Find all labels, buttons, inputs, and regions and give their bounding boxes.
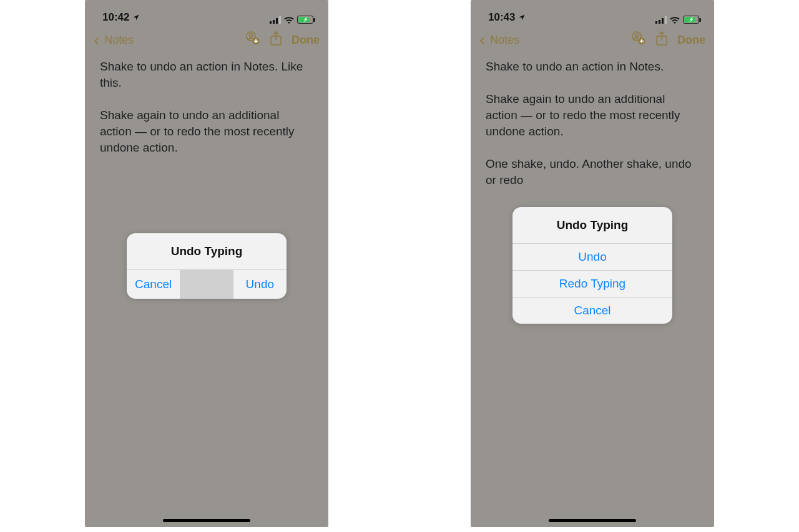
svg-rect-11 — [665, 16, 667, 24]
note-paragraph: Shake to undo an action in Notes. Like t… — [100, 59, 313, 91]
svg-rect-0 — [270, 21, 272, 24]
alert-undo-button[interactable]: Undo — [512, 244, 672, 270]
svg-rect-10 — [662, 18, 664, 24]
svg-rect-8 — [655, 21, 657, 24]
cellular-icon — [270, 16, 281, 24]
svg-rect-3 — [279, 16, 281, 24]
done-button[interactable]: Done — [292, 34, 320, 47]
status-time: 10:43 — [488, 11, 526, 24]
back-chevron-icon[interactable]: ‹ — [94, 31, 99, 49]
status-bar: 10:42 ⚡︎ — [85, 0, 328, 26]
cellular-icon — [655, 16, 667, 24]
home-indicator[interactable] — [549, 519, 636, 522]
divider — [180, 270, 233, 299]
person-add-icon — [243, 31, 260, 47]
nav-bar: ‹ Notes Done — [85, 26, 328, 54]
note-body[interactable]: Shake to undo an action in Notes. Shake … — [471, 54, 714, 210]
done-button[interactable]: Done — [677, 34, 705, 47]
nav-bar: ‹ Notes Done — [471, 26, 714, 54]
phone-right: 10:43 ⚡︎ ‹ Notes Done Shake to undo an a… — [471, 0, 714, 527]
wifi-icon — [283, 16, 295, 24]
status-time: 10:42 — [102, 11, 140, 24]
share-icon — [269, 31, 283, 47]
alert-cancel-button[interactable]: Cancel — [512, 297, 672, 324]
add-person-button[interactable] — [243, 31, 260, 50]
home-indicator[interactable] — [163, 519, 250, 522]
note-paragraph: Shake to undo an action in Notes. — [486, 59, 699, 75]
alert-redo-button[interactable]: Redo Typing — [512, 270, 672, 297]
svg-rect-9 — [659, 20, 660, 24]
battery-icon: ⚡︎ — [683, 16, 699, 24]
undo-alert: Undo Typing Undo Redo Typing Cancel — [512, 207, 672, 324]
alert-title: Undo Typing — [127, 233, 287, 269]
note-body[interactable]: Shake to undo an action in Notes. Like t… — [85, 54, 328, 177]
share-icon — [655, 31, 669, 47]
note-paragraph: One shake, undo. Another shake, undo or … — [486, 156, 699, 188]
back-button[interactable]: Notes — [490, 34, 519, 47]
svg-point-13 — [635, 34, 639, 37]
note-paragraph: Shake again to undo an additional action… — [100, 107, 313, 156]
note-paragraph: Shake again to undo an additional action… — [486, 91, 699, 140]
back-button[interactable]: Notes — [104, 34, 134, 47]
add-person-button[interactable] — [629, 31, 646, 50]
svg-rect-2 — [276, 18, 278, 24]
battery-icon: ⚡︎ — [297, 16, 313, 24]
back-chevron-icon[interactable]: ‹ — [479, 31, 485, 49]
share-button[interactable] — [269, 31, 283, 50]
person-add-icon — [629, 31, 646, 47]
undo-alert: Undo Typing Cancel Undo — [127, 233, 287, 299]
alert-cancel-button[interactable]: Cancel — [127, 270, 180, 299]
location-arrow-icon — [132, 14, 140, 21]
status-bar: 10:43 ⚡︎ — [471, 0, 714, 26]
wifi-icon — [669, 16, 680, 24]
location-arrow-icon — [518, 14, 526, 21]
svg-rect-1 — [273, 20, 275, 24]
alert-undo-button[interactable]: Undo — [233, 270, 287, 299]
alert-title: Undo Typing — [512, 207, 672, 243]
phone-left: 10:42 ⚡︎ ‹ Notes Done Shake to undo an a… — [85, 0, 328, 527]
svg-point-5 — [250, 34, 253, 37]
share-button[interactable] — [655, 31, 669, 50]
